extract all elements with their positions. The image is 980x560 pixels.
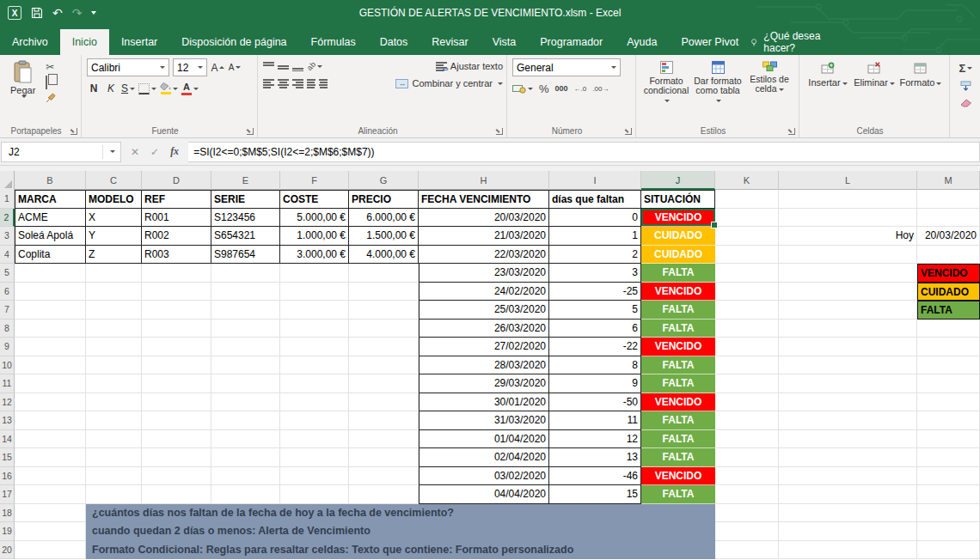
percent-button[interactable]: % xyxy=(539,82,549,95)
cell-H17[interactable]: 04/04/2020 xyxy=(419,485,549,504)
cell-K20[interactable] xyxy=(715,541,779,560)
tab-revisar[interactable]: Revisar xyxy=(420,29,480,55)
cell-K8[interactable] xyxy=(715,320,779,338)
cell-I16[interactable]: -46 xyxy=(549,467,641,486)
excel-app-icon[interactable]: X xyxy=(8,6,21,20)
cell-E9[interactable] xyxy=(211,338,280,356)
row-header-14[interactable]: 14 xyxy=(0,430,15,449)
cell-B13[interactable] xyxy=(15,411,86,430)
cell-B15[interactable] xyxy=(15,448,86,467)
cell-B10[interactable] xyxy=(15,356,86,375)
cell-D14[interactable] xyxy=(142,430,211,449)
col-header-G[interactable]: G xyxy=(349,171,419,190)
cell-C17[interactable] xyxy=(86,485,142,504)
row-header-15[interactable]: 15 xyxy=(0,448,15,467)
conditional-formatting-button[interactable]: Formato condicional xyxy=(641,58,691,105)
font-name-select[interactable]: Calibri xyxy=(87,58,169,76)
row-header-7[interactable]: 7 xyxy=(0,301,15,320)
cell-D8[interactable] xyxy=(142,320,211,338)
cell-C12[interactable] xyxy=(86,393,142,412)
format-painter-icon[interactable] xyxy=(46,93,56,103)
cell-M3[interactable]: 20/03/2020 xyxy=(917,227,980,246)
cell-L13[interactable] xyxy=(779,411,917,430)
cell-M7[interactable]: FALTA xyxy=(917,301,980,320)
cell-F2[interactable]: 5.000,00 € xyxy=(280,209,349,228)
cell-I7[interactable]: 5 xyxy=(549,301,641,320)
cell-F17[interactable] xyxy=(280,485,349,504)
row-header-18[interactable]: 18 xyxy=(0,504,15,523)
cell-F1[interactable]: COSTE xyxy=(280,190,349,209)
autosum-button[interactable]: Σ xyxy=(959,60,973,76)
cell-J11[interactable]: FALTA xyxy=(641,374,715,393)
select-all-corner[interactable] xyxy=(0,171,15,190)
cell-G11[interactable] xyxy=(349,374,419,393)
cell-E15[interactable] xyxy=(211,448,280,467)
cell-E6[interactable] xyxy=(211,283,280,301)
cell-D17[interactable] xyxy=(142,485,211,504)
underline-button[interactable]: S xyxy=(121,81,135,96)
cell-H9[interactable]: 27/02/2020 xyxy=(419,338,549,356)
cell-E11[interactable] xyxy=(211,374,280,393)
merge-center-button[interactable]: Combinar y centrar xyxy=(412,78,493,88)
wrap-text-button[interactable]: Ajustar texto xyxy=(450,61,503,71)
cell-L2[interactable] xyxy=(779,209,917,228)
cell-L8[interactable] xyxy=(779,320,917,338)
cell-M18[interactable] xyxy=(917,504,980,523)
cell-D6[interactable] xyxy=(142,283,211,301)
cell-H12[interactable]: 30/01/2020 xyxy=(419,393,549,412)
cell-C9[interactable] xyxy=(86,338,142,356)
cell-H4[interactable]: 22/03/2020 xyxy=(419,246,549,265)
cell-M17[interactable] xyxy=(917,485,980,504)
cell-C16[interactable] xyxy=(86,467,142,486)
cell-I4[interactable]: 2 xyxy=(549,246,641,265)
fill-down-icon[interactable] xyxy=(960,81,971,92)
cell-G9[interactable] xyxy=(349,338,419,356)
cell-J3[interactable]: CUIDADO xyxy=(641,227,715,246)
cell-H11[interactable]: 29/03/2020 xyxy=(419,374,549,393)
cell-H13[interactable]: 31/03/2020 xyxy=(419,411,549,430)
cell-M2[interactable] xyxy=(917,209,980,228)
cell-K19[interactable] xyxy=(715,522,779,541)
align-left-icon[interactable] xyxy=(263,79,274,88)
align-center-icon[interactable] xyxy=(278,79,289,88)
cell-H7[interactable]: 25/03/2020 xyxy=(419,301,549,320)
cell-K15[interactable] xyxy=(715,448,779,467)
cell-J4[interactable]: CUIDADO xyxy=(641,246,715,265)
cell-D7[interactable] xyxy=(142,301,211,320)
cell-B7[interactable] xyxy=(15,301,86,320)
tab-insertar[interactable]: Insertar xyxy=(109,29,169,55)
tab-vista[interactable]: Vista xyxy=(481,29,529,55)
cell-L3[interactable]: Hoy xyxy=(779,227,917,246)
cell-K10[interactable] xyxy=(715,356,779,375)
cell-M13[interactable] xyxy=(917,411,980,430)
cell-C15[interactable] xyxy=(86,448,142,467)
cell-D13[interactable] xyxy=(142,411,211,430)
cell-H5[interactable]: 23/03/2020 xyxy=(419,264,549,283)
decrease-decimal-button[interactable]: .00→ xyxy=(592,85,609,93)
cell-D16[interactable] xyxy=(142,467,211,486)
shrink-font-button[interactable]: A xyxy=(228,60,242,76)
cell-J1[interactable]: SITUACIÓN xyxy=(641,190,715,209)
cell-E1[interactable]: SERIE xyxy=(211,190,280,209)
cell-H15[interactable]: 02/04/2020 xyxy=(419,448,549,467)
cell-H6[interactable]: 24/02/2020 xyxy=(419,283,549,301)
tell-me-box[interactable]: ¿Qué desea hacer? xyxy=(750,29,821,55)
cell-B17[interactable] xyxy=(15,485,86,504)
cell-K14[interactable] xyxy=(715,430,779,449)
name-box[interactable]: J2 xyxy=(1,142,121,162)
cell-J2[interactable]: VENCIDO xyxy=(641,209,715,228)
cell-L14[interactable] xyxy=(779,430,917,449)
cell-C6[interactable] xyxy=(86,283,142,301)
cell-K18[interactable] xyxy=(715,504,779,523)
cell-K2[interactable] xyxy=(715,209,779,228)
cell-L17[interactable] xyxy=(779,485,917,504)
qat-customize-icon[interactable] xyxy=(91,11,96,15)
cell-G3[interactable]: 1.500,00 € xyxy=(349,227,419,246)
cell-L16[interactable] xyxy=(779,467,917,486)
cell-I11[interactable]: 9 xyxy=(549,374,641,393)
cell-E14[interactable] xyxy=(211,430,280,449)
formula-input[interactable]: =SI(I2<=0;$M$5;SI(I2<=2;$M$6;$M$7)) xyxy=(188,142,980,162)
cell-K11[interactable] xyxy=(715,374,779,393)
cell-F7[interactable] xyxy=(280,301,349,320)
align-middle-icon[interactable] xyxy=(278,62,289,71)
